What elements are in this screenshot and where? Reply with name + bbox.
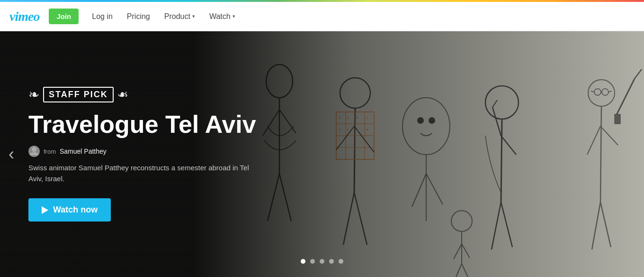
hero-content: ❧ STAFF PICK ❧ Travelogue Tel Aviv from … [28,31,265,277]
carousel-dot-2[interactable] [310,259,315,264]
nav-watch[interactable]: Watch ▾ [204,9,241,25]
carousel-dot-4[interactable] [329,259,334,264]
vimeo-logo[interactable]: vimeo [9,9,39,24]
carousel-dots [301,259,343,264]
nav-login[interactable]: Log in [86,9,118,25]
play-icon [42,206,48,214]
avatar [28,146,40,157]
carousel-dot-3[interactable] [320,259,324,264]
svg-point-62 [32,147,36,152]
prev-arrow-button[interactable]: ‹ [9,144,14,164]
laurel-left-icon: ❧ [28,87,39,102]
header: vimeo Join Log in Pricing Product ▾ Watc… [0,2,644,31]
nav-pricing[interactable]: Pricing [121,9,156,25]
carousel-dot-1[interactable] [301,259,305,264]
author-name: Samuel Patthey [60,148,107,155]
from-text: from [44,148,56,155]
nav: Log in Pricing Product ▾ Watch ▾ [86,9,241,25]
staff-pick-badge: ❧ STAFF PICK ❧ [28,87,265,102]
laurel-right-icon: ❧ [117,87,128,102]
staff-pick-label: STAFF PICK [43,87,114,102]
nav-product[interactable]: Product ▾ [159,9,201,25]
hero-description: Swiss animator Samuel Patthey reconstruc… [28,163,265,184]
carousel-dot-5[interactable] [339,259,343,264]
watch-chevron-icon: ▾ [233,13,235,19]
watch-now-label: Watch now [53,205,98,215]
watch-now-button[interactable]: Watch now [28,198,111,222]
hero-section: 5 9 3 7 2 6 1 8 ❧ STAFF PICK ❧ Travelogu… [0,31,644,277]
join-button[interactable]: Join [49,9,79,24]
product-chevron-icon: ▾ [192,13,195,19]
hero-title: Travelogue Tel Aviv [28,111,265,138]
hero-author: from Samuel Patthey [28,146,265,157]
